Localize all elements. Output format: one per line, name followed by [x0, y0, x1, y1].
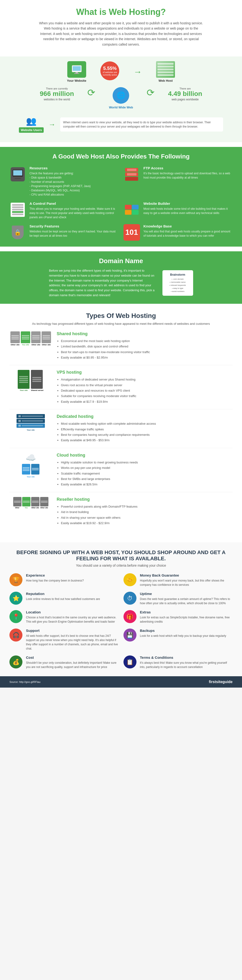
your-site-shared-label: You site: [21, 344, 30, 346]
people-count-sub: web pages worldwide: [168, 97, 202, 102]
support-content: Support All web hosts offer support, but…: [26, 628, 119, 651]
cloud-hosting-row: ☁️ Your site: [10, 453, 232, 492]
feature-knowledge: 101 Knowledge Base You will also find th…: [124, 224, 233, 241]
location-icon: 📍: [10, 610, 22, 623]
reseller-hosting-content: Reseller hosting Powerful control panels…: [57, 497, 137, 526]
criteria-extras: 🎁 Extras Look for extras such as SimpleS…: [124, 610, 233, 624]
uptime-icon: ⏱: [124, 592, 137, 605]
good-host-title: A Good Web Host Also Provides The Follow…: [10, 153, 232, 160]
footer-source: Source: http://goo.gl/RFtau: [10, 681, 40, 683]
dedicated-hosting-row: Your site Dedicated hosting Most scalabl…: [10, 414, 232, 448]
your-site-cloud-label: Your site: [27, 476, 35, 478]
uptime-title: Uptime: [140, 592, 233, 596]
reseller-hosting-row: Other You Other site: [10, 497, 232, 531]
money-back-content: Money Back Guarantee Hopefully you won't…: [140, 573, 233, 587]
website-builder-content: Website Builder Most web hosts include s…: [143, 202, 233, 215]
ftp-blocks: [125, 168, 138, 181]
criteria-terms: 📋 Terms & Conditions It's always best th…: [124, 655, 233, 669]
support-body: All web hosts offer support, but it's be…: [26, 634, 119, 651]
cloud-hosting-content: Cloud hosting Highly scalable solution t…: [57, 453, 138, 487]
globe-icon: 🌐: [113, 87, 129, 104]
experience-body: How long has the company been in busines…: [26, 579, 84, 583]
other-site-1-label: Other site: [10, 344, 20, 346]
terms-content: Terms & Conditions It's always best this…: [140, 655, 233, 669]
cloud-hosting-visual: ☁️ Your site: [10, 453, 52, 478]
resources-title: Resources: [30, 166, 91, 170]
shared-hosting-visual: Other site You site: [10, 331, 52, 346]
feature-website-builder: Website Builder Most web hosts include s…: [124, 202, 233, 220]
website-builder-body: Most web hosts include some kind of site…: [143, 207, 233, 215]
security-icon-box: 🔒: [10, 224, 26, 241]
header-description: When you make a website and want other p…: [38, 21, 204, 47]
cost-body: Shouldn't be your only consideration, bu…: [26, 661, 119, 669]
cost-title: Cost: [26, 655, 119, 659]
criteria-money-back: 🤝 Money Back Guarantee Hopefully you won…: [124, 573, 233, 587]
before-signing-section: Before signing up with a web host, you s…: [0, 542, 242, 676]
ftp-icon-box: [124, 166, 140, 183]
your-website-label: Your Website: [67, 79, 86, 83]
terms-body: It's always best this! Make sure you kno…: [140, 661, 233, 669]
other-site-r-3: Other site: [40, 507, 48, 509]
website-builder-title: Website Builder: [143, 202, 233, 205]
resources-body: Check the features you are getting: - Di…: [30, 171, 91, 197]
criteria-uptime: ⏱ Uptime Does the web host guarantee a c…: [124, 592, 233, 605]
reputation-content: Reputation Look online reviews to find o…: [26, 592, 100, 601]
criteria-cost: 💰 Cost Shouldn't be your only considerat…: [10, 655, 119, 669]
badge-101: 101: [124, 224, 140, 241]
www-label: World Wide Web: [109, 106, 133, 109]
feature-resources: Resources Check the features you are get…: [10, 166, 119, 197]
header-section: What is Web Hosting? When you make a web…: [0, 0, 242, 56]
browser-description: When internet users want to view your we…: [60, 118, 223, 132]
cloud-hosting-title: Cloud hosting: [57, 453, 138, 458]
shared-hosting-row: Other site You site: [10, 331, 232, 365]
dedicated-hosting-content: Dedicated hosting Most scalable web host…: [57, 414, 156, 443]
location-title: Location: [26, 610, 119, 614]
reseller-hosting-visual: Other You Other site: [10, 497, 52, 509]
svg-rect-7: [14, 178, 21, 179]
reputation-body: Look online reviews to find out how sati…: [26, 597, 100, 601]
ftp-body: It's the basic technology used to upload…: [143, 171, 233, 180]
websites-count-sub: websites in the world: [40, 97, 74, 102]
computer-svg: [12, 169, 24, 180]
brainstorm-whiteboard: Brainstorm • .com domain • memorable nam…: [162, 270, 193, 296]
websites-count: 966 million: [40, 90, 74, 97]
resources-icon-box: [10, 166, 26, 183]
svg-rect-6: [16, 177, 19, 178]
page-title: What is Web Hosting?: [14, 7, 228, 17]
dedicated-hosting-visual: Your site: [10, 414, 52, 431]
other-site-r-1: Other: [15, 507, 20, 509]
knowledge-title: Knowledge Base: [143, 224, 233, 228]
hosting-types-title: Types Of Web Hosting: [10, 312, 232, 320]
websites-count-stat: There are currently 966 million websites…: [40, 87, 74, 102]
infographic: What is Web Hosting? When you make a web…: [0, 0, 242, 687]
your-site-vps-label: Your site: [18, 389, 30, 391]
experience-content: Experience How long has the company been…: [26, 573, 84, 583]
criteria-support: 🎧 Support All web hosts offer support, b…: [10, 628, 119, 651]
svg-rect-1: [73, 66, 81, 71]
feature-ftp: FTP Access It's the basic technology use…: [124, 166, 233, 197]
web-host-label: Web Host: [156, 79, 175, 83]
control-panel-body: This allows you to manage your hosting a…: [30, 207, 119, 220]
website-users-box: 👥 Website Users: [19, 116, 44, 133]
hosting-types-subtitle: As technology has progressed different t…: [10, 322, 232, 326]
cloud-hosting-list: Highly scalable solution to meet growing…: [57, 460, 138, 487]
experience-title: Experience: [26, 573, 84, 577]
brainstorm-content: • .com domain • memorable name • relevan…: [165, 278, 190, 293]
shared-hosting-content: Shared hosting Economical and the most b…: [57, 331, 150, 360]
hosting-types-section: Types Of Web Hosting As technology has p…: [0, 305, 242, 542]
knowledge-content: Knowledge Base You will also find that g…: [143, 224, 233, 238]
security-content: Security Features Websites must be kept …: [30, 224, 119, 238]
website-users-label: Website Users: [19, 127, 44, 133]
svg-rect-5: [13, 170, 22, 175]
security-title: Security Features: [30, 224, 119, 228]
vps-hosting-content: VPS hosting Amalgamation of dedicated se…: [57, 370, 136, 404]
money-back-body: Hopefully you won't want your money back…: [140, 579, 233, 587]
backups-icon: 💾: [124, 628, 137, 641]
vps-hosting-title: VPS hosting: [57, 370, 136, 375]
criteria-reputation: ⭐ Reputation Look online reviews to find…: [10, 592, 119, 605]
good-host-section: A Good Web Host Also Provides The Follow…: [0, 147, 242, 247]
criteria-location: 📍 Location Choose a host that's located …: [10, 610, 119, 624]
vps-hosting-visual: Your site Shared server: [10, 370, 52, 391]
percentage-value: 5.55%: [103, 65, 117, 71]
arrow-to-host: →: [134, 67, 142, 77]
